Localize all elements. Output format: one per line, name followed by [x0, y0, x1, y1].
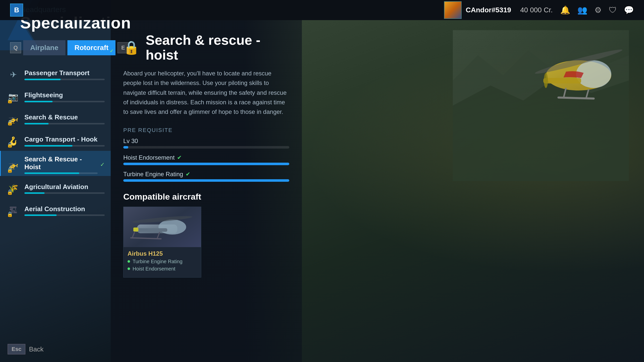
aircraft-tags: Turbine Engine Rating Hoist Endorsement [124, 259, 201, 277]
spec-name-1: Flightseeing [24, 91, 105, 99]
spec-name-0: Passenger Transport [24, 69, 105, 77]
aircraft-image [124, 207, 201, 247]
detail-title: Search & rescue - hoist [146, 33, 289, 63]
back-label: Back [29, 345, 44, 353]
topbar-right: CAndor#5319 40 000 Cr. 🔔 👥 ⚙ 🛡 💬 [444, 1, 634, 19]
prereq-hoist-fill [123, 163, 289, 165]
username: CAndor#5319 [466, 6, 511, 14]
svg-point-14 [158, 219, 186, 235]
prereq-level-bar: 1/30 [123, 146, 289, 149]
spec-name-2: Search & Rescue [24, 113, 105, 121]
topbar: B CAndor#5319 40 000 Cr. 🔔 👥 ⚙ 🛡 💬 [0, 0, 644, 20]
aircraft-name: Airbus H125 [124, 247, 201, 259]
friends-icon[interactable]: 👥 [577, 5, 587, 15]
prereq-turbine-name: Turbine Engine Rating [123, 171, 183, 178]
spec-progress-fill-5 [24, 192, 45, 194]
tab-key-q: Q [10, 42, 21, 53]
spec-progress-wrap-2 [24, 123, 105, 124]
spec-name-5: Agricultural Aviation [24, 183, 105, 191]
prereq-turbine-check: ✔ [186, 171, 190, 177]
prereq-hoist-bar [123, 163, 289, 165]
spec-progress-wrap-6 [24, 214, 105, 216]
spec-item-0[interactable]: ✈ Passenger Transport [0, 62, 111, 84]
spec-item-2[interactable]: 🚁 Search & Rescue 🔒 [0, 107, 111, 129]
spec-lock-3: 🔒 [7, 142, 13, 148]
spec-item-1[interactable]: 📷 Flightseeing 🔒 [0, 84, 111, 107]
spec-content-0: Passenger Transport [24, 69, 105, 80]
dot-turbine [128, 260, 130, 263]
spec-item-4[interactable]: 🚁 Search & Rescue - Hoist ✓ 🔒 [0, 151, 111, 176]
svg-rect-15 [135, 228, 167, 232]
spec-item-6[interactable]: 🏗 Aerial Construction 🔒 [0, 198, 111, 220]
topbar-left: B [10, 4, 23, 17]
aircraft-svg [130, 209, 195, 245]
spec-content-4: Search & Rescue - Hoist [24, 155, 98, 174]
spec-progress-wrap-3 [24, 145, 105, 147]
tab-area: Q Airplane Rotorcraft ✓ E [10, 40, 129, 55]
svg-line-18 [131, 238, 161, 239]
detail-description: Aboard your helicopter, you'll have to l… [123, 69, 289, 117]
detail-panel: 🔒 Search & rescue - hoist Aboard your he… [111, 20, 302, 362]
esc-key: Esc [8, 344, 25, 354]
svg-rect-20 [133, 228, 138, 232]
dot-hoist [128, 267, 130, 270]
spec-content-3: Cargo Transport - Hook [24, 135, 105, 146]
prereq-level-name: Lv 30 [123, 138, 138, 145]
tab-rotorcraft-check: ✓ [110, 48, 113, 54]
topbar-icons: 🔔 👥 ⚙ 🛡 💬 [560, 5, 634, 15]
shop-icon[interactable]: 🛡 [609, 6, 617, 15]
svg-line-11 [558, 98, 594, 99]
aircraft-tag-turbine-label: Turbine Engine Rating [133, 259, 182, 264]
prereq-hoist-name: Hoist Endorsement [123, 154, 175, 161]
spec-content-6: Aerial Construction [24, 205, 105, 216]
spec-name-3: Cargo Transport - Hook [24, 135, 105, 143]
helicopter-bg-image [453, 30, 629, 181]
spec-name-6: Aerial Construction [24, 205, 105, 213]
prereq-hoist-check: ✔ [177, 154, 182, 161]
tab-key-e: E [117, 42, 129, 53]
avatar [444, 1, 462, 19]
prereq-turbine-bar [123, 179, 289, 182]
prereq-turbine: Turbine Engine Rating ✔ [123, 171, 289, 182]
spec-list: ✈ Passenger Transport 📷 Flightseeing 🔒 🚁… [0, 62, 111, 220]
spec-progress-fill-3 [24, 145, 72, 147]
spec-progress-fill-2 [24, 123, 49, 124]
spec-content-5: Agricultural Aviation [24, 183, 105, 194]
spec-lock-5: 🔒 [7, 189, 13, 195]
spec-progress-wrap-5 [24, 192, 105, 194]
topbar-b-badge: B [10, 4, 23, 17]
prereq-label: Pre requisite [123, 127, 289, 133]
spec-progress-wrap-0 [24, 79, 105, 80]
prereq-hoist: Hoist Endorsement ✔ [123, 154, 289, 165]
esc-back-button[interactable]: Esc Back [8, 344, 44, 354]
svg-rect-7 [543, 78, 581, 83]
credits: 40 000 Cr. [520, 6, 553, 14]
aircraft-tag-turbine: Turbine Engine Rating [128, 259, 197, 264]
spec-progress-wrap-4 [24, 172, 98, 174]
settings-icon[interactable]: ⚙ [594, 5, 602, 15]
compat-title: Compatible aircraft [123, 192, 289, 202]
left-panel: Headquarters Specialization Q Airplane R… [0, 0, 111, 362]
spec-lock-6: 🔒 [7, 211, 13, 217]
notification-icon[interactable]: 🔔 [560, 5, 570, 15]
spec-item-5[interactable]: 🌾 Agricultural Aviation 🔒 [0, 176, 111, 198]
svg-point-8 [544, 73, 548, 88]
spec-progress-fill-4 [24, 172, 79, 174]
tab-airplane[interactable]: Airplane [23, 40, 65, 55]
spec-name-4: Search & Rescue - Hoist [24, 155, 98, 171]
spec-lock-1: 🔒 [7, 98, 13, 104]
spec-check-4: ✓ [100, 161, 105, 168]
chat-icon[interactable]: 💬 [624, 5, 634, 15]
spec-progress-fill-0 [24, 79, 61, 80]
spec-item-3[interactable]: 🪝 Cargo Transport - Hook 🔒 [0, 129, 111, 151]
tab-rotorcraft[interactable]: Rotorcraft ✓ [67, 40, 115, 55]
prereq-level-fill [123, 146, 128, 149]
spec-content-2: Search & Rescue [24, 113, 105, 124]
detail-title-row: 🔒 Search & rescue - hoist [123, 33, 289, 63]
aircraft-card[interactable]: Airbus H125 Turbine Engine Rating Hoist … [123, 207, 201, 278]
prereq-turbine-fill [123, 179, 289, 182]
spec-progress-fill-6 [24, 214, 57, 216]
spec-lock-4: 🔒 [7, 167, 13, 173]
spec-progress-wrap-1 [24, 101, 105, 102]
compat-section: Compatible aircraft [123, 192, 289, 278]
